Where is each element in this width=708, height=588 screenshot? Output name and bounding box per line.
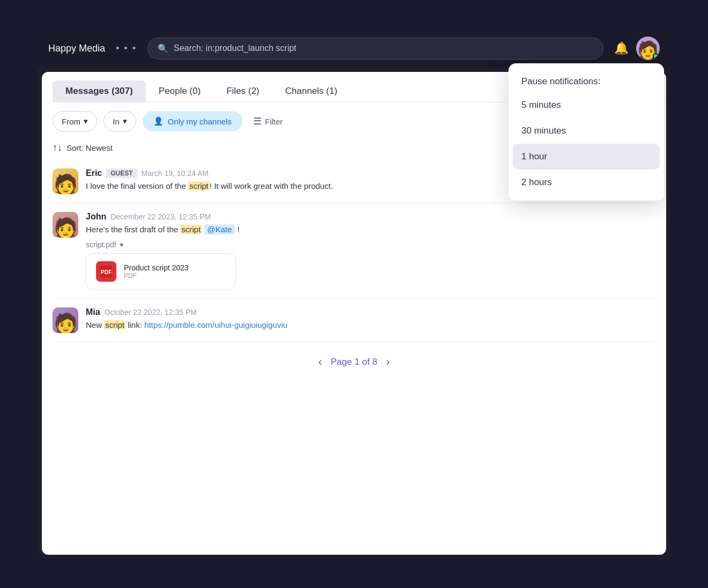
- app-container: Happy Media • • • 🔍 🔔 🧑 Messages (307) P…: [38, 29, 670, 559]
- filter-more-button[interactable]: ☰ Filter: [253, 115, 283, 127]
- filter-label: Filter: [265, 117, 283, 126]
- attachment-type: PDF: [124, 272, 189, 280]
- notif-5min[interactable]: 5 minutes: [508, 92, 664, 118]
- sort-icon: ↑↓: [53, 142, 62, 153]
- notifications-header: Pause notifications:: [508, 69, 664, 92]
- bell-icon[interactable]: 🔔: [614, 41, 629, 55]
- notif-30min[interactable]: 30 minutes: [508, 118, 664, 144]
- notif-2hours[interactable]: 2 hours: [508, 170, 664, 195]
- svg-text:PDF: PDF: [101, 269, 112, 275]
- message-author: John: [86, 212, 106, 222]
- avatar-john: 🧑: [53, 212, 78, 238]
- attachment-name: Product script 2023: [124, 263, 189, 272]
- notifications-dropdown: Pause notifications: 5 minutes 30 minute…: [508, 63, 664, 201]
- chevron-down-icon-3: ▾: [120, 240, 123, 249]
- message-header: John December 22 2023, 12:35 PM: [86, 212, 655, 222]
- attachment-filename: script.pdf: [86, 240, 116, 249]
- message-author: Mia: [86, 307, 100, 317]
- message-item: 🧑 Mia October 22 2022, 12:35 PM New scri…: [53, 299, 655, 342]
- highlight-script: script: [104, 320, 126, 329]
- tab-channels[interactable]: Channels (1): [272, 80, 350, 102]
- message-item: 🧑 John December 22 2023, 12:35 PM Here's…: [53, 203, 655, 299]
- tab-people[interactable]: People (0): [146, 80, 213, 102]
- message-time: October 22 2022, 12:35 PM: [105, 308, 197, 317]
- mention-kate[interactable]: @Kate: [204, 224, 235, 234]
- notif-1hour[interactable]: 1 hour: [513, 144, 660, 170]
- from-filter-button[interactable]: From ▾: [53, 111, 97, 131]
- page-indicator: Page 1 of 8: [331, 357, 378, 367]
- message-body: John December 22 2023, 12:35 PM Here's t…: [86, 212, 655, 290]
- workspace-name: Happy Media: [48, 43, 105, 54]
- in-label: In: [113, 117, 120, 126]
- only-my-channels-button[interactable]: 👤 Only my channels: [143, 111, 242, 131]
- next-page-button[interactable]: ›: [386, 355, 389, 369]
- attachment-label[interactable]: script.pdf ▾: [86, 240, 655, 249]
- highlight-script: script: [188, 181, 210, 190]
- guest-badge: GUEST: [106, 168, 137, 178]
- sort-label: Sort: Newest: [67, 143, 113, 152]
- chevron-down-icon-2: ▾: [123, 116, 127, 126]
- attachment-card[interactable]: PDF Product script 2023 PDF: [86, 253, 236, 290]
- message-time: December 22 2023, 12:35 PM: [110, 212, 211, 221]
- more-options-icon[interactable]: • • •: [116, 43, 137, 54]
- from-label: From: [62, 117, 80, 126]
- only-my-channels-label: Only my channels: [168, 117, 232, 126]
- filter-icon: ☰: [253, 115, 262, 127]
- message-text: Here's the first draft of the script @Ka…: [86, 224, 655, 236]
- highlight-script: script: [180, 225, 202, 234]
- script-link[interactable]: https://pumble.com/uihui-guigiuiugiguviu: [144, 320, 287, 329]
- avatar-eric: 🧑: [53, 168, 78, 194]
- pdf-icon: PDF: [96, 261, 116, 282]
- message-author: Eric: [86, 168, 102, 178]
- message-body: Mia October 22 2022, 12:35 PM New script…: [86, 307, 655, 333]
- search-bar[interactable]: 🔍: [148, 38, 603, 60]
- search-input[interactable]: [174, 43, 593, 53]
- avatar-mia: 🧑: [53, 307, 78, 333]
- pagination: ‹ Page 1 of 8 ›: [42, 342, 666, 380]
- person-icon: 👤: [153, 116, 164, 126]
- header: Happy Media • • • 🔍 🔔 🧑: [38, 29, 670, 68]
- header-right: 🔔 🧑: [614, 36, 660, 60]
- chevron-down-icon: ▾: [84, 116, 88, 126]
- attachment-info: Product script 2023 PDF: [124, 263, 189, 280]
- tab-messages[interactable]: Messages (307): [53, 80, 146, 102]
- message-header: Mia October 22 2022, 12:35 PM: [86, 307, 655, 317]
- search-icon: 🔍: [158, 43, 168, 54]
- message-time: March 19, 10:24 AM: [142, 169, 209, 178]
- tab-files[interactable]: Files (2): [213, 80, 272, 102]
- online-indicator: [653, 53, 659, 59]
- avatar[interactable]: 🧑: [636, 36, 660, 60]
- prev-page-button[interactable]: ‹: [318, 355, 322, 369]
- in-filter-button[interactable]: In ▾: [104, 111, 136, 131]
- message-text: New script link: https://pumble.com/uihu…: [86, 319, 655, 332]
